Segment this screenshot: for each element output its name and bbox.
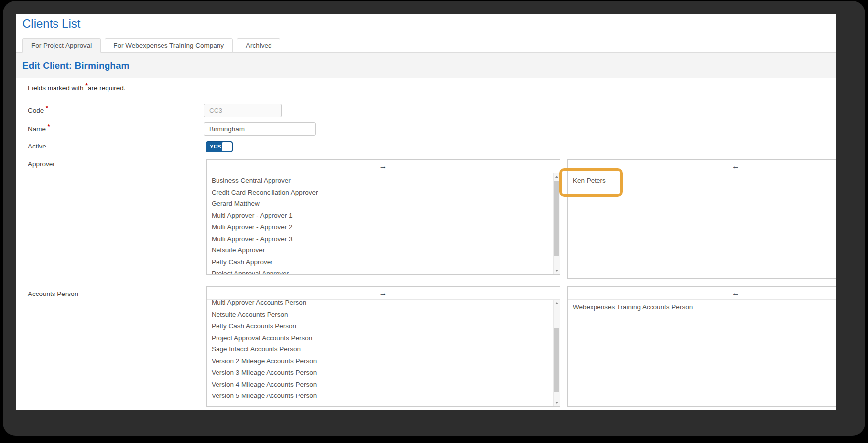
required-asterisk-icon: * <box>48 123 50 130</box>
tab-archived[interactable]: Archived <box>237 38 281 53</box>
tab-bar: For Project Approval For Webexpenses Tra… <box>16 39 836 53</box>
required-note: Fields marked with *are required. <box>28 84 126 92</box>
clients-page: Clients List For Project Approval For We… <box>16 14 836 410</box>
accounts-person-available-list: Multi Approver Accounts PersonNetsuite A… <box>207 300 553 406</box>
accounts-person-selected-panel: ← Webexpenses Training Accounts Person <box>567 286 836 407</box>
approver-selected-list: Ken Peters <box>568 173 836 278</box>
arrow-right-icon: → <box>380 288 387 298</box>
list-item[interactable]: Multi Approver - Approver 2 <box>207 221 553 233</box>
triangle-up-icon <box>555 302 558 304</box>
toggle-knob-icon <box>222 142 232 151</box>
accounts-person-move-right-button[interactable]: → <box>207 287 560 300</box>
approver-available-list: Business Central ApproverCredit Card Rec… <box>207 173 553 274</box>
list-item[interactable]: Version 2 Mileage Accounts Person <box>207 355 553 367</box>
list-item[interactable]: Petty Cash Approver <box>207 256 553 268</box>
list-item[interactable]: Sage Intacct Accounts Person <box>207 344 553 355</box>
section-header: Edit Client: Birmingham <box>16 53 836 78</box>
code-input[interactable] <box>204 104 282 117</box>
scrollbar-thumb[interactable] <box>554 328 559 392</box>
scrollbar-thumb[interactable] <box>554 181 559 256</box>
active-field-label: Active <box>28 143 46 150</box>
list-item[interactable]: Netsuite Accounts Person <box>207 309 553 321</box>
scrollbar-down-button[interactable] <box>554 268 560 274</box>
triangle-down-icon <box>555 270 558 272</box>
accounts-person-move-left-button[interactable]: ← <box>568 287 836 300</box>
list-item[interactable]: Version 4 Mileage Accounts Person <box>207 379 553 391</box>
approver-scrollbar[interactable] <box>553 173 560 274</box>
name-field-label: Name * <box>28 125 50 133</box>
scrollbar-down-button[interactable] <box>554 400 560 406</box>
toggle-state-label: YES <box>210 144 221 149</box>
list-item[interactable]: Petty Cash Accounts Person <box>207 320 553 332</box>
list-item[interactable]: Webexpenses Training Accounts Person <box>568 301 836 313</box>
approver-selected-panel: ← Ken Peters <box>567 159 836 279</box>
page-title: Clients List <box>22 17 80 31</box>
scrollbar-up-button[interactable] <box>554 174 560 180</box>
active-toggle[interactable]: YES <box>206 141 233 152</box>
arrow-left-icon: ← <box>732 161 740 171</box>
list-item[interactable]: Ken Peters <box>568 175 836 187</box>
accounts-person-scrollbar[interactable] <box>553 300 560 406</box>
triangle-down-icon <box>555 402 558 404</box>
approver-move-right-button[interactable]: → <box>207 160 560 173</box>
approver-field-label: Approver <box>28 160 55 168</box>
required-asterisk-icon: * <box>46 105 48 112</box>
list-item[interactable]: Project Approval Accounts Person <box>207 332 553 344</box>
accounts-person-available-panel: → Multi Approver Accounts PersonNetsuite… <box>206 286 560 407</box>
approver-move-left-button[interactable]: ← <box>568 160 836 173</box>
list-item[interactable]: Project Approval Approver <box>207 268 553 274</box>
list-item[interactable]: Credit Card Reconciliation Approver <box>207 187 553 198</box>
name-input[interactable] <box>204 122 316 136</box>
list-item[interactable]: Version 5 Mileage Accounts Person <box>207 390 553 402</box>
tab-for-project-approval[interactable]: For Project Approval <box>22 38 101 53</box>
list-item[interactable]: Multi Approver Accounts Person <box>207 300 553 309</box>
list-item[interactable]: Multi Approver - Approver 1 <box>207 210 553 222</box>
section-heading: Edit Client: Birmingham <box>22 60 129 71</box>
tab-for-webexpenses-training-company[interactable]: For Webexpenses Training Company <box>105 38 233 53</box>
scrollbar-up-button[interactable] <box>554 300 560 306</box>
accounts-person-selected-list: Webexpenses Training Accounts Person <box>568 300 836 406</box>
arrow-left-icon: ← <box>732 288 740 298</box>
list-item[interactable]: Netsuite Approver <box>207 245 553 256</box>
code-field-label: Code * <box>28 107 48 114</box>
accounts-person-field-label: Accounts Person <box>28 290 78 297</box>
list-item[interactable]: Version 3 Mileage Accounts Person <box>207 367 553 379</box>
arrow-right-icon: → <box>380 161 387 171</box>
list-item[interactable]: Multi Approver - Approver 3 <box>207 233 553 245</box>
list-item[interactable]: Gerard Matthew <box>207 198 553 210</box>
approver-available-panel: → Business Central ApproverCredit Card R… <box>206 159 560 275</box>
browser-frame: Clients List For Project Approval For We… <box>3 1 865 436</box>
list-item[interactable]: Business Central Approver <box>207 175 553 187</box>
triangle-up-icon <box>555 176 558 178</box>
